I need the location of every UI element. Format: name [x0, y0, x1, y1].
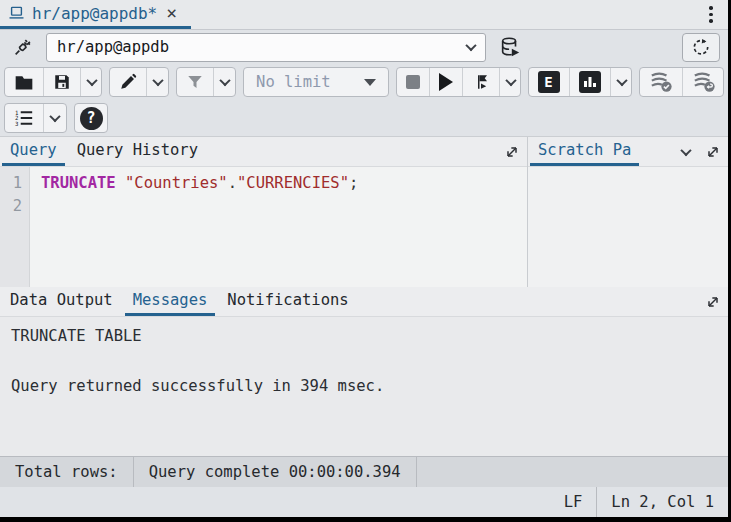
execute-button-group [396, 67, 521, 97]
scratch-pad-title[interactable]: Scratch Pa [530, 137, 639, 166]
connection-selector[interactable]: hr/app@appdb [46, 33, 486, 62]
explain-button-group: E [528, 67, 632, 97]
save-icon [53, 73, 71, 91]
kebab-menu-icon[interactable] [698, 0, 724, 29]
rollback-button[interactable] [682, 68, 724, 96]
stop-icon [406, 75, 420, 89]
message-blank-line [11, 349, 717, 374]
scratch-header-spacer [641, 137, 674, 166]
execute-options-dropdown[interactable] [499, 68, 521, 96]
play-icon [439, 73, 453, 91]
pgadmin-query-tool-window: hr/app@appdb* × hr/app@appdb [0, 0, 728, 517]
chart-bars-icon [579, 71, 601, 93]
ordered-list-icon: 123 [14, 109, 34, 127]
message-line: Query returned successfully in 394 msec. [11, 374, 717, 399]
sql-identifier: "CURRENCIES" [237, 174, 349, 192]
execute-button[interactable] [429, 68, 462, 96]
chevron-down-icon [49, 111, 60, 122]
caret-down-icon [364, 79, 376, 86]
sql-identifier: "Countries" [125, 174, 228, 192]
ordered-list-button[interactable]: 123 [5, 104, 43, 132]
transaction-button-group [639, 67, 724, 97]
execute-to-cursor-button[interactable] [462, 68, 499, 96]
line-number: 1 [0, 172, 22, 195]
rollback-icon [692, 71, 716, 93]
sql-code-area[interactable]: TRUNCATE "Countries"."CURRENCIES"; [30, 167, 527, 287]
play-flag-icon [472, 73, 490, 91]
tab-query[interactable]: Query [2, 137, 65, 166]
explain-analyze-button[interactable] [569, 68, 610, 96]
tab-messages[interactable]: Messages [125, 287, 216, 316]
chevron-down-icon [465, 40, 476, 51]
macro-button-group: 123 [4, 103, 67, 133]
editor-region: Query Query History 1 2 TRUNCATE "Countr… [0, 136, 728, 287]
main-toolbar: No limit [0, 64, 728, 100]
message-line: TRUNCATE TABLE [11, 324, 717, 349]
chevron-down-icon [616, 75, 627, 86]
sql-dot: . [228, 174, 237, 192]
query-complete-status: Query complete 00:00:00.394 [134, 457, 417, 487]
cursor-position: Ln 2, Col 1 [597, 487, 728, 517]
edit-button-group [109, 67, 169, 97]
close-icon[interactable]: × [164, 4, 179, 22]
row-limit-dropdown[interactable]: No limit [243, 67, 389, 97]
edit-options-dropdown[interactable] [146, 68, 169, 96]
expand-editor-icon[interactable] [497, 137, 527, 166]
save-button[interactable] [43, 68, 80, 96]
commit-icon [649, 71, 673, 93]
tab-notifications[interactable]: Notifications [219, 287, 356, 316]
svg-text:3: 3 [15, 121, 19, 127]
query-editor-pane: Query Query History 1 2 TRUNCATE "Countr… [0, 137, 528, 287]
sql-semicolon: ; [349, 174, 358, 192]
folder-icon [14, 73, 34, 91]
tab-title: hr/app@appdb* [32, 4, 157, 23]
chevron-down-icon [219, 75, 230, 86]
refresh-icon[interactable] [682, 33, 720, 62]
chevron-down-icon [505, 75, 516, 86]
pencil-icon [119, 73, 137, 91]
status-bar-top: Total rows: Query complete 00:00:00.394 [0, 456, 728, 487]
scratch-pad-pane: Scratch Pa [528, 137, 728, 287]
explain-button[interactable]: E [529, 68, 569, 96]
connection-plug-icon[interactable] [4, 33, 41, 62]
total-rows-label: Total rows: [0, 457, 134, 487]
document-tabbar: hr/app@appdb* × [0, 0, 728, 30]
laptop-icon [8, 6, 25, 20]
help-icon: ? [80, 107, 103, 130]
filter-options-dropdown[interactable] [213, 68, 236, 96]
expand-output-icon[interactable] [698, 287, 728, 316]
tab-data-output[interactable]: Data Output [2, 287, 121, 316]
filter-icon [186, 73, 204, 91]
scratch-collapse-icon[interactable] [674, 137, 698, 166]
output-region: Data Output Messages Notifications TRUNC… [0, 287, 728, 456]
query-tool-tab[interactable]: hr/app@appdb* × [0, 0, 191, 29]
line-number-gutter: 1 2 [0, 167, 30, 287]
commit-button[interactable] [640, 68, 682, 96]
filter-button[interactable] [177, 68, 213, 96]
messages-panel: TRUNCATE TABLE Query returned successful… [0, 317, 728, 456]
secondary-toolbar: 123 ? [0, 100, 728, 136]
file-button-group [4, 67, 102, 97]
chevron-down-icon [86, 75, 97, 86]
scratch-pad-body[interactable] [528, 167, 728, 287]
save-options-dropdown[interactable] [80, 68, 102, 96]
help-button[interactable]: ? [74, 103, 108, 133]
stop-button[interactable] [397, 68, 429, 96]
chevron-down-icon [153, 75, 164, 86]
editor-tabs: Query Query History [0, 137, 527, 167]
sql-editor: 1 2 TRUNCATE "Countries"."CURRENCIES"; [0, 167, 527, 287]
explain-icon: E [538, 71, 560, 93]
tab-query-history[interactable]: Query History [69, 137, 206, 166]
expand-scratch-icon[interactable] [698, 137, 728, 166]
eol-indicator: LF [550, 487, 598, 517]
row-limit-value: No limit [256, 73, 364, 91]
open-file-button[interactable] [5, 68, 43, 96]
screenshot-frame: hr/app@appdb* × hr/app@appdb [0, 0, 731, 522]
filter-button-group [176, 67, 236, 97]
explain-options-dropdown[interactable] [610, 68, 632, 96]
output-tabs-spacer [359, 287, 698, 316]
list-options-dropdown[interactable] [43, 104, 66, 132]
new-connection-button[interactable] [491, 33, 529, 62]
chevron-down-icon [680, 144, 691, 155]
edit-button[interactable] [110, 68, 146, 96]
